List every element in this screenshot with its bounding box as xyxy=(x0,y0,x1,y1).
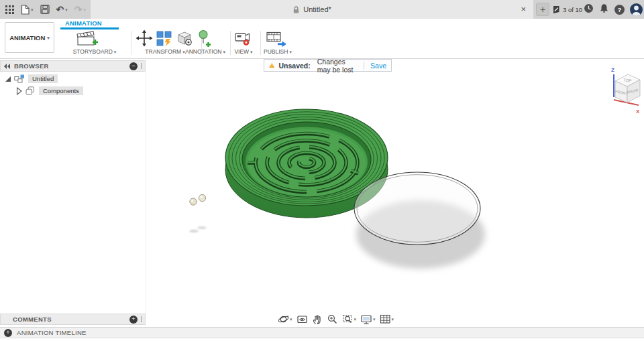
tree-row-components[interactable]: Components xyxy=(0,86,146,96)
job-status-flag-icon xyxy=(552,5,560,14)
save-button[interactable] xyxy=(39,4,51,15)
ball-shadow xyxy=(189,230,199,232)
orbit-icon xyxy=(278,314,289,325)
move-transform-icon[interactable] xyxy=(136,29,153,47)
workspace-caret: ▾ xyxy=(47,36,50,40)
ball-shadow xyxy=(197,226,207,229)
bell-icon xyxy=(599,3,609,13)
publish-video-icon[interactable] xyxy=(266,31,287,48)
ribbon-toolbar: ANIMATION ▾ ANIMATION STORYBOARD▾ xyxy=(0,19,644,59)
save-link[interactable]: Save xyxy=(370,62,386,70)
pan-hand-icon xyxy=(312,314,323,325)
recent-activity-button[interactable] xyxy=(584,3,594,16)
timeline-label: ANIMATION TIMELINE xyxy=(17,329,87,336)
browser-panel-header[interactable]: BROWSER − xyxy=(0,60,146,72)
warning-divider xyxy=(364,62,364,70)
browser-drag-handle[interactable] xyxy=(141,63,142,69)
display-settings-button[interactable]: ▾ xyxy=(360,314,376,325)
group-annotation[interactable]: ANNOTATION▾ xyxy=(181,48,229,55)
fusion-window: ▾ ↶ ▾ ↷ ▾ Untitled* xyxy=(0,0,644,341)
viewcube-x-axis-label: X xyxy=(636,109,640,115)
browser-title: BROWSER xyxy=(14,62,49,70)
redo-caret: ▾ xyxy=(84,7,87,12)
save-icon xyxy=(40,5,50,14)
components-folder-icon xyxy=(25,86,36,95)
redo-icon: ↷ xyxy=(74,5,83,14)
warning-title: Unsaved: xyxy=(278,62,310,70)
look-at-icon xyxy=(297,314,308,325)
grid-layout-button[interactable]: ▾ xyxy=(380,314,394,325)
annotation-pin-icon[interactable] xyxy=(196,29,213,48)
person-icon xyxy=(630,3,643,16)
expanded-arrow-icon[interactable] xyxy=(5,76,11,82)
pan-button[interactable] xyxy=(312,314,323,325)
redo-button[interactable]: ↷ ▾ xyxy=(73,4,87,15)
job-status-count: 3 of 10 xyxy=(563,6,582,13)
comments-title: COMMENTS xyxy=(13,316,52,323)
group-view[interactable]: VIEW▾ xyxy=(229,48,258,55)
document-title: Untitled* xyxy=(303,5,331,13)
model-ball-1[interactable] xyxy=(190,198,197,205)
tab-animation[interactable]: ANIMATION xyxy=(65,19,102,27)
titlebar: ▾ ↶ ▾ ↷ ▾ Untitled* xyxy=(0,0,644,19)
viewport-canvas[interactable]: Unsaved: Changes may be lost Save Z X TO… xyxy=(0,59,644,328)
zoom-icon xyxy=(327,314,338,325)
app-grid-button[interactable] xyxy=(4,5,15,15)
navigation-toolbar: ▾ xyxy=(278,310,394,328)
browser-panel-edge[interactable] xyxy=(146,72,146,314)
viewcube[interactable]: Z X TOP FRONT RIGHT xyxy=(601,61,644,120)
browser-tree: Untitled Components xyxy=(0,74,146,98)
unsaved-warning-bar: Unsaved: Changes may be lost Save xyxy=(264,59,392,72)
clock-icon xyxy=(584,3,594,13)
undo-caret: ▾ xyxy=(65,7,68,12)
model-ball-2[interactable] xyxy=(199,194,205,201)
viewcube-z-axis-label: Z xyxy=(611,67,614,73)
undo-button[interactable]: ↶ ▾ xyxy=(55,4,69,15)
fit-icon xyxy=(342,314,354,325)
cube-visibility-icon[interactable] xyxy=(176,29,193,47)
display-settings-icon xyxy=(360,314,372,325)
document-tab[interactable]: Untitled* × xyxy=(91,0,533,19)
tree-row-untitled[interactable]: Untitled xyxy=(0,74,146,84)
model-glass-lid[interactable] xyxy=(354,172,480,245)
view-camera-icon[interactable] xyxy=(235,31,254,47)
undo-icon: ↶ xyxy=(56,5,64,14)
tree-label-untitled[interactable]: Untitled xyxy=(28,74,58,83)
animation-timeline-bar[interactable]: + ANIMATION TIMELINE xyxy=(0,327,644,338)
workspace-selector[interactable]: ANIMATION ▾ xyxy=(5,22,54,53)
assembly-icon xyxy=(14,74,25,83)
grid-icon xyxy=(380,314,391,325)
waffle-menu-icon xyxy=(5,5,14,14)
help-button[interactable]: ? xyxy=(614,5,625,15)
close-tab-button[interactable]: × xyxy=(521,0,526,19)
fit-button[interactable]: ▾ xyxy=(342,314,357,325)
group-publish[interactable]: PUBLISH▾ xyxy=(260,48,295,55)
orbit-button[interactable]: ▾ xyxy=(278,314,292,325)
comments-drag-handle[interactable] xyxy=(141,316,142,322)
warning-message: Changes may be lost xyxy=(317,58,358,74)
look-at-button[interactable] xyxy=(297,314,308,325)
collapse-panel-icon[interactable] xyxy=(4,64,11,69)
file-caret: ▾ xyxy=(31,7,34,12)
file-icon xyxy=(21,5,30,15)
tree-label-components[interactable]: Components xyxy=(39,86,83,95)
group-storyboard[interactable]: STORYBOARD▾ xyxy=(64,48,125,55)
file-menu-button[interactable]: ▾ xyxy=(19,4,35,15)
comments-panel-header[interactable]: COMMENTS + xyxy=(0,314,146,325)
storyboard-icon[interactable] xyxy=(75,29,98,47)
group-divider xyxy=(131,31,131,55)
components-tiles-icon[interactable] xyxy=(156,29,173,47)
comments-toggle-button[interactable]: + xyxy=(129,316,138,324)
browser-collapse-button[interactable]: − xyxy=(129,62,138,70)
timeline-toggle-button[interactable]: + xyxy=(4,329,12,337)
warning-icon xyxy=(269,61,274,70)
collapsed-arrow-icon[interactable] xyxy=(16,87,22,95)
job-status[interactable]: 3 of 10 xyxy=(552,0,582,19)
user-avatar[interactable] xyxy=(630,3,643,16)
zoom-button[interactable] xyxy=(327,314,338,325)
model-scene xyxy=(0,59,644,328)
notifications-button[interactable] xyxy=(599,3,609,16)
new-tab-button[interactable]: + xyxy=(536,3,549,16)
lock-icon xyxy=(292,5,300,14)
